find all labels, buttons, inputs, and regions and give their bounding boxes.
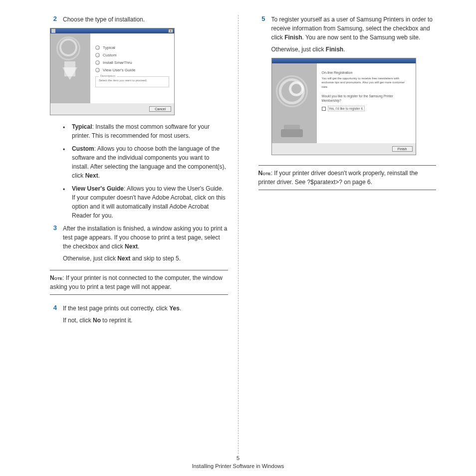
description-legend: Description xyxy=(99,74,117,77)
dialog2-graphic xyxy=(272,63,317,143)
bullet-custom: • Custom: Allows you to choose both the … xyxy=(63,144,228,180)
radio-icon xyxy=(95,60,100,65)
footer-title: Installing Printer Software in Windows xyxy=(0,463,476,469)
dialog2-content: On-line Registration You will get the op… xyxy=(317,63,416,143)
radio-custom: Custom xyxy=(95,53,169,57)
description-box: Description Select the item you want to … xyxy=(95,76,169,87)
close-icon: × xyxy=(168,29,173,33)
dialog2-titlebar xyxy=(272,58,416,63)
step-5: 5 To register yourself as a user of Sams… xyxy=(258,15,437,54)
page-footer: 5 Installing Printer Software in Windows xyxy=(0,455,476,469)
step-3-number: 3 xyxy=(50,224,57,263)
note-label: Note xyxy=(50,274,62,281)
step-4: 4 If the test page prints out correctly,… xyxy=(50,304,228,325)
radio-users-guide-label: View User's Guide xyxy=(103,68,135,72)
registration-question: Would you like to register for the Samsu… xyxy=(322,94,411,103)
bullet-typical-text: : Installs the most common software for … xyxy=(72,123,210,139)
registration-text: You will get the opportunity to receive … xyxy=(322,76,411,89)
bullet-custom-label: Custom xyxy=(72,145,94,152)
bullet-custom-next: Next xyxy=(85,172,98,179)
radio-icon xyxy=(95,68,100,72)
radio-smarthru: Install SmarThru xyxy=(95,60,169,65)
note-right-label: Note xyxy=(258,170,271,177)
page-columns: 2 Choose the type of installation. × xyxy=(20,15,456,454)
step-5-number: 5 xyxy=(258,15,265,54)
registration-checkbox-row: Yes, I'd like to register it. xyxy=(322,106,411,111)
bullet-view-guide: • View User's Guide: Allows you to view … xyxy=(63,184,228,220)
note-text: : If your printer is not connected to th… xyxy=(50,274,223,290)
step-3: 3 After the installation is finished, a … xyxy=(50,224,228,263)
install-options: Typical Custom Install SmarThru Vie xyxy=(90,33,174,103)
checkbox-label: Yes, I'd like to register it. xyxy=(328,106,365,111)
bullet-typical: • Typical: Installs the most common soft… xyxy=(63,122,228,140)
page-number: 5 xyxy=(0,455,476,461)
registration-title: On-line Registration xyxy=(322,70,411,75)
install-type-dialog: × Typical xyxy=(50,28,175,115)
description-text: Select the item you want to proceed. xyxy=(99,79,147,82)
note-left: Note: If your printer is not connected t… xyxy=(50,270,228,295)
note-right: Note: If your printer driver doesn't wor… xyxy=(258,165,437,190)
dialog-graphic xyxy=(50,33,90,103)
step-4-text: If the test page prints out correctly, c… xyxy=(63,304,228,325)
step-3-text: After the installation is finished, a wi… xyxy=(63,224,228,263)
step-2-number: 2 xyxy=(50,15,57,24)
step-2-text: Choose the type of installation. xyxy=(63,15,228,24)
left-column: 2 Choose the type of installation. × xyxy=(20,15,238,454)
radio-custom-label: Custom xyxy=(103,53,117,57)
step-2: 2 Choose the type of installation. xyxy=(50,15,228,24)
radio-users-guide: View User's Guide xyxy=(95,68,169,72)
dialog-titlebar: × xyxy=(50,28,174,33)
radio-typical: Typical xyxy=(95,45,169,50)
radio-icon xyxy=(95,45,100,50)
right-column: 5 To register yourself as a user of Sams… xyxy=(238,15,457,454)
bullet-view-label: View User's Guide xyxy=(72,185,124,192)
radio-typical-label: Typical xyxy=(103,45,115,50)
note-right-text: : If your printer driver doesn't work pr… xyxy=(258,170,418,186)
bullet-typical-label: Typical xyxy=(72,123,92,130)
checkbox-icon xyxy=(322,107,326,111)
radio-smarthru-label: Install SmarThru xyxy=(103,60,132,65)
window-icon xyxy=(51,29,55,33)
step-4-number: 4 xyxy=(50,304,57,325)
registration-dialog: On-line Registration You will get the op… xyxy=(271,58,416,155)
finish-button: Finish xyxy=(392,146,413,152)
step-5-text: To register yourself as a user of Samsun… xyxy=(271,15,437,54)
radio-icon xyxy=(95,53,100,57)
install-type-bullets: • Typical: Installs the most common soft… xyxy=(63,122,228,220)
cancel-button: Cancel xyxy=(149,106,171,112)
